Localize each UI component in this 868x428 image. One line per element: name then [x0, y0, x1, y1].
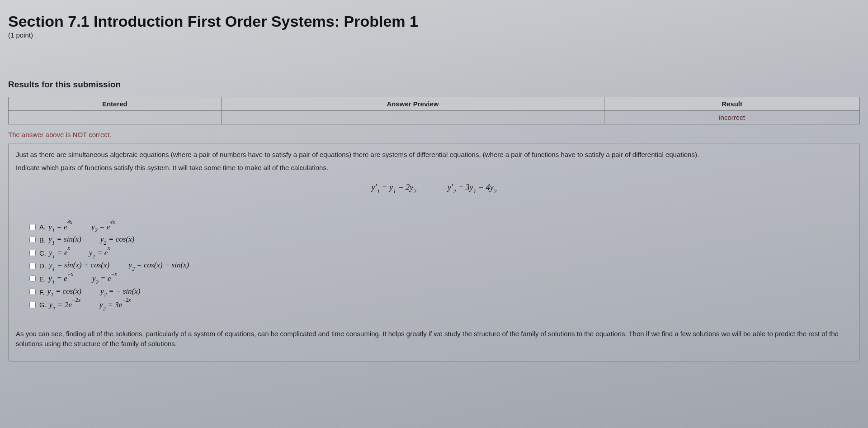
- option-b-y1: y1 = sin(x): [48, 235, 81, 245]
- cell-preview: [221, 111, 604, 124]
- col-result: Result: [604, 97, 860, 111]
- system-eq-1: y′1 = y1 − 2y2: [372, 183, 419, 192]
- option-letter: A.: [39, 223, 46, 231]
- option-a-y1: y1 = e4x: [48, 221, 72, 233]
- option-c-y1: y1 = ex: [49, 247, 70, 259]
- option-e-y2: y2 = e−x: [92, 273, 117, 285]
- col-entered: Entered: [9, 97, 222, 111]
- option-c[interactable]: C. y1 = ex y2 = ex: [29, 247, 852, 259]
- not-correct-message: The answer above is NOT correct.: [8, 131, 860, 138]
- system-equations: y′1 = y1 − 2y2 y′2 = 3y1 − 4y2: [16, 183, 852, 194]
- options-list: A. y1 = e4x y2 = e4x B. y1 = sin(x) y2 =…: [29, 221, 852, 311]
- option-f-y2: y2 = − sin(x): [100, 287, 140, 297]
- table-header-row: Entered Answer Preview Result: [9, 97, 860, 111]
- page-title: Section 7.1 Introduction First Order Sys…: [8, 13, 860, 30]
- problem-box: Just as there are simultaneous algebraic…: [8, 143, 860, 361]
- option-g-y1: y1 = 2e−2x: [49, 299, 80, 311]
- option-e-y1: y1 = e−x: [48, 273, 73, 285]
- option-letter: F.: [39, 288, 45, 296]
- option-letter: G.: [39, 301, 47, 309]
- checkbox-b[interactable]: [29, 237, 36, 243]
- option-letter: B.: [39, 236, 46, 244]
- table-row: incorrect: [9, 111, 860, 124]
- checkbox-c[interactable]: [29, 250, 36, 256]
- points-label: (1 point): [8, 31, 860, 39]
- system-eq-2: y′2 = 3y1 − 4y2: [448, 183, 497, 192]
- option-a-y2: y2 = e4x: [91, 221, 115, 233]
- option-e[interactable]: E. y1 = e−x y2 = e−x: [29, 273, 852, 285]
- checkbox-g[interactable]: [29, 302, 36, 308]
- col-preview: Answer Preview: [221, 97, 604, 111]
- results-heading: Results for this submission: [8, 80, 860, 90]
- cell-entered: [9, 111, 222, 124]
- checkbox-d[interactable]: [29, 263, 36, 269]
- option-a[interactable]: A. y1 = e4x y2 = e4x: [29, 221, 852, 233]
- option-letter: C.: [39, 249, 46, 257]
- option-f[interactable]: F. y1 = cos(x) y2 = − sin(x): [29, 287, 852, 297]
- problem-intro-2: Indicate which pairs of functions satisf…: [16, 163, 852, 173]
- option-g-y2: y2 = 3e−2x: [99, 299, 131, 311]
- option-b-y2: y2 = cos(x): [100, 235, 134, 245]
- option-g[interactable]: G. y1 = 2e−2x y2 = 3e−2x: [29, 299, 852, 311]
- checkbox-e[interactable]: [29, 276, 36, 282]
- option-d-y2: y2 = cos(x) − sin(x): [128, 261, 189, 271]
- option-letter: D.: [39, 262, 46, 270]
- cell-result: incorrect: [604, 111, 860, 124]
- problem-intro-1: Just as there are simultaneous algebraic…: [16, 150, 852, 160]
- option-d[interactable]: D. y1 = sin(x) + cos(x) y2 = cos(x) − si…: [29, 261, 852, 271]
- option-letter: E.: [39, 275, 46, 283]
- option-d-y1: y1 = sin(x) + cos(x): [49, 261, 109, 271]
- closing-paragraph: As you can see, finding all of the solut…: [16, 329, 852, 349]
- option-b[interactable]: B. y1 = sin(x) y2 = cos(x): [29, 235, 852, 245]
- option-f-y1: y1 = cos(x): [47, 287, 81, 297]
- option-c-y2: y2 = ex: [89, 247, 110, 259]
- checkbox-f[interactable]: [29, 289, 36, 295]
- results-table: Entered Answer Preview Result incorrect: [8, 97, 860, 124]
- checkbox-a[interactable]: [29, 224, 36, 230]
